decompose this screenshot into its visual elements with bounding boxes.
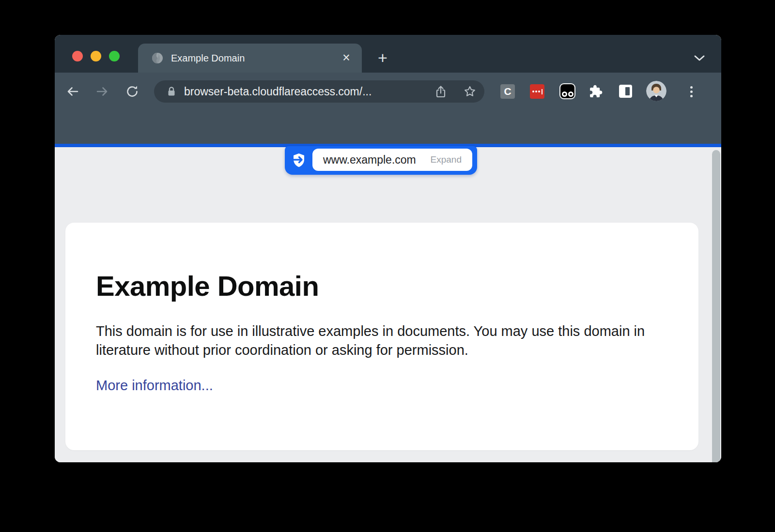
minimize-window-button[interactable] <box>91 51 101 61</box>
isolation-url-pill: www.example.com Expand <box>285 146 477 175</box>
expand-button[interactable]: Expand <box>431 154 462 165</box>
isolation-site-url: www.example.com <box>323 153 416 167</box>
url-text: browser-beta.cloudflareaccess.com/... <box>184 85 372 98</box>
kebab-menu-icon[interactable] <box>684 84 698 99</box>
browser-toolbar: browser-beta.cloudflareaccess.com/... C <box>55 73 721 144</box>
close-window-button[interactable] <box>72 51 83 61</box>
shield-arrow-icon <box>291 152 307 168</box>
forward-icon[interactable] <box>95 84 109 99</box>
close-tab-icon[interactable]: × <box>339 50 354 66</box>
star-icon[interactable] <box>463 85 477 98</box>
tab-example-domain[interactable]: Example Domain × <box>138 44 362 73</box>
zoom-window-button[interactable] <box>109 51 120 61</box>
browser-window: Example Domain × + <box>55 35 721 462</box>
tab-strip: Example Domain × + <box>55 35 721 73</box>
new-tab-button[interactable]: + <box>375 50 390 66</box>
side-panel-icon[interactable] <box>619 85 632 98</box>
more-information-link[interactable]: More information... <box>96 378 213 394</box>
isolation-site-field[interactable]: www.example.com Expand <box>312 149 472 171</box>
page-title: Example Domain <box>96 271 319 301</box>
goggles-icon[interactable] <box>559 83 575 99</box>
puzzle-icon[interactable] <box>589 84 604 99</box>
page-viewport: www.example.com Expand Example Domain Th… <box>55 147 721 462</box>
lock-icon[interactable] <box>165 85 178 98</box>
content-card: Example Domain This domain is for use in… <box>65 223 698 450</box>
page-paragraph: This domain is for use in illustrative e… <box>96 322 658 360</box>
lastpass-icon[interactable] <box>530 84 544 99</box>
tab-title: Example Domain <box>171 52 245 64</box>
reload-icon[interactable] <box>125 84 140 99</box>
back-icon[interactable] <box>65 84 80 99</box>
scrollbar-thumb[interactable] <box>712 150 720 462</box>
avatar[interactable] <box>646 81 666 101</box>
share-icon[interactable] <box>434 85 448 98</box>
address-bar[interactable]: browser-beta.cloudflareaccess.com/... <box>154 80 484 103</box>
chevron-down-icon[interactable] <box>693 53 706 63</box>
globe-favicon-icon <box>152 52 163 64</box>
extension-c-icon[interactable]: C <box>500 84 515 99</box>
